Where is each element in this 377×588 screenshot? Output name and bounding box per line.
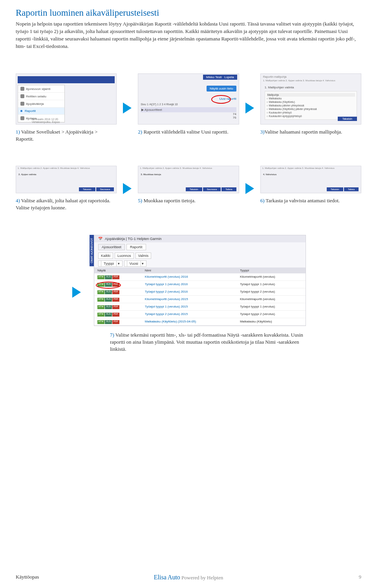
col-show: Näytä [94,267,142,273]
xls-badge[interactable]: XLS [105,298,112,302]
filter-all[interactable]: Kaikki [98,253,113,259]
thumbnail-step-3: Raportin mallipohja 1. Mallipohjan valin… [260,73,361,125]
caption-1: 1) Valitse Sovellukset > Ajopäiväkirja >… [16,128,117,142]
arrow-icon [245,183,254,194]
table-row[interactable]: HTMXLSPDFMatkalasku (Käyttöetu) (2015-04… [94,318,306,325]
report-type: Matkalasku (Käyttöetu) [237,318,306,325]
table-row[interactable]: HTMXLSPDFTyöajot tyyppi 2 (verotus) 2016… [94,288,306,295]
steps-row-1: Ajoneuvon sijainti Reittien selailu Ajop… [16,73,361,142]
thumbnail-step-7: 📅Ajopäiväkirja | TG-1 Helpten Garmin Ajo… [94,235,306,326]
page-title: Raportin luominen aikaväliperusteisesti [16,8,361,18]
report-name-link[interactable]: Työajot tyyppi 1 (verotus) 2015 [142,303,237,310]
table-row[interactable]: HTMXLSPDFTyöajot tyyppi 1 (verotus) 2016… [94,280,306,288]
table-row[interactable]: HTMXLSPDFTyöajot tyyppi 2 (verotus) 2015… [94,310,306,318]
arrow-icon [245,103,254,114]
location-icon [20,87,24,91]
thumbnail-step-5: 1. Mallipohjan valinta 2. Ajojen valinta… [138,166,239,193]
report-type: Kilometriraportti (verotus) [237,273,306,281]
step-7-area: OMAT AJONEUVOT 📅Ajopäiväkirja | TG-1 Hel… [71,235,361,326]
report-type: Työajot tyyppi 2 (verotus) [237,310,306,318]
pdf-badge[interactable]: PDF [112,275,119,279]
thumbnail-step-4: 1. Mallipohjan valinta 2. Ajojen valinta… [16,166,117,193]
report-name-link[interactable]: Työajot tyyppi 2 (verotus) 2016 [142,288,237,295]
tab-ajosuoritteet[interactable]: Ajosuoritteet [98,244,125,250]
htm-badge[interactable]: HTM [97,290,104,294]
gauge-icon [20,116,24,120]
col-name: Nimi [142,267,237,273]
sidebar-tab: OMAT AJONEUVOT [90,235,94,266]
report-name-link[interactable]: Kilometriraportti (verotus) 2015 [142,295,237,303]
htm-badge[interactable]: HTM [97,298,104,302]
report-name-link[interactable]: Matkalasku (Käyttöetu) (2015-04-05) [142,318,237,325]
htm-badge[interactable]: HTM [97,305,104,309]
pdf-badge[interactable]: PDF [112,320,119,324]
xls-badge[interactable]: XLS [105,305,112,309]
calendar-icon [20,102,24,106]
page-footer: Käyttöopas Elisa Auto Powered by Helpten… [16,574,361,580]
table-row[interactable]: HTMXLSPDFKilometriraportti (verotus) 201… [94,295,306,303]
reports-table: Näytä Nimi Tyyppi HTMXLSPDFKilometrirapo… [94,267,306,326]
tab-raportit[interactable]: Raportit [126,244,146,250]
caption-3: 3)Valitse haluamasi raportin mallipohja. [260,128,361,136]
report-type: Työajot tyyppi 1 (verotus) [237,303,306,310]
steps-row-2: 1. Mallipohjan valinta 2. Ajojen valinta… [16,166,361,211]
report-type: Työajot tyyppi 1 (verotus) [237,280,306,288]
pdf-badge[interactable]: PDF [112,305,119,309]
caption-5: 5) Muokkaa raportin tietoja. [138,197,239,204]
calendar-icon: 📅 [98,237,102,241]
page-number: 9 [359,574,362,580]
table-row[interactable]: HTMXLSPDFKilometriraportti (verotus) 201… [94,273,306,281]
col-type: Tyyppi [237,267,306,273]
htm-badge[interactable]: HTM [97,320,104,324]
filter-done[interactable]: Valmis [135,253,151,259]
xls-badge[interactable]: XLS [105,313,112,317]
dot-icon [20,110,22,112]
report-name-link[interactable]: Työajot tyyppi 2 (verotus) 2015 [142,310,237,318]
arrow-icon [123,183,132,194]
arrow-icon [123,103,132,114]
thumbnail-step-2: Mikko Testi Lopeta Näytä uusin tieto Uus… [138,73,239,125]
thumbnail-step-6: 1. Mallipohjan valinta 2. Ajojen valinta… [260,166,361,193]
year-dropdown[interactable]: Vuosi ▾ [124,260,147,267]
xls-badge[interactable]: XLS [105,275,112,279]
arrow-icon [72,287,81,298]
table-row[interactable]: HTMXLSPDFTyöajot tyyppi 1 (verotus) 2015… [94,303,306,310]
report-type: Kilometriraportti (verotus) [237,295,306,303]
route-icon [20,94,24,98]
caption-4: 4) Valitse aikaväli, jolta haluat ajot r… [16,197,117,211]
report-type: Työajot tyyppi 2 (verotus) [237,288,306,295]
report-name-link[interactable]: Työajot tyyppi 1 (verotus) 2016 [142,280,237,288]
htm-badge[interactable]: HTM [97,275,104,279]
pdf-badge[interactable]: PDF [112,298,119,302]
pdf-badge[interactable]: PDF [112,290,119,294]
caption-6: 6) Tarkasta ja vahvista antamasi tiedot. [260,197,361,204]
report-name-link[interactable]: Kilometriraportti (verotus) 2016 [142,273,237,281]
htm-badge[interactable]: HTM [97,313,104,317]
intro-paragraph: Nopein ja helpoin tapa raporttien tekemi… [16,20,361,50]
caption-7: 7) Valitse tekemäsi raportti htm-, xls- … [110,332,314,353]
pdf-badge[interactable]: PDF [112,313,119,317]
footer-brand: Elisa Auto Powered by Helpten [154,574,223,581]
xls-badge[interactable]: XLS [105,320,112,324]
filter-draft[interactable]: Luonnos [115,253,134,259]
thumbnail-step-1: Ajoneuvon sijainti Reittien selailu Ajop… [16,73,117,125]
caption-2: 2) Raportit välilehdellä valitse Uusi ra… [138,128,239,136]
footer-left: Käyttöopas [16,574,39,580]
highlight-circle [96,282,121,289]
type-dropdown[interactable]: Tyyppi ▾ [98,260,123,267]
xls-badge[interactable]: XLS [105,290,112,294]
